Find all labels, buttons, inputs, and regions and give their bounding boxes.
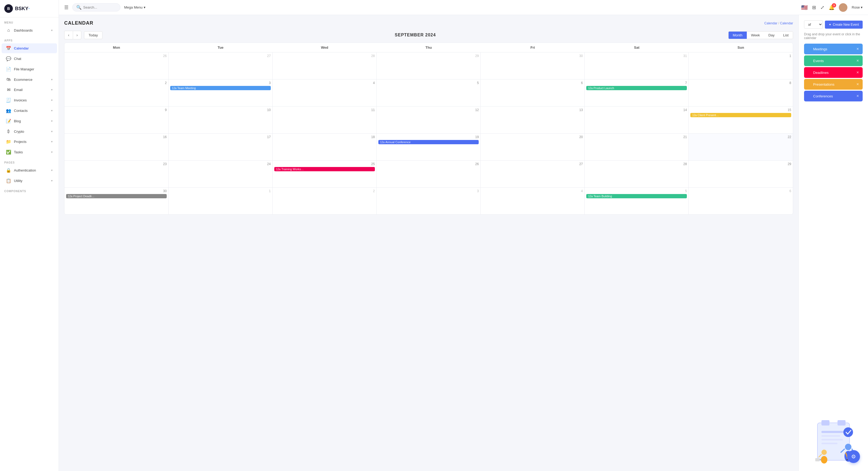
calendar-day[interactable]: 512aTeam Building <box>585 188 689 214</box>
sidebar-item-contacts[interactable]: 👥 Contacts ▾ <box>2 106 57 116</box>
calendar-day[interactable]: 22 <box>689 133 793 160</box>
calendar-day[interactable]: 31 <box>585 53 689 79</box>
tab-list[interactable]: List <box>779 32 793 39</box>
hamburger-icon[interactable]: ☰ <box>64 5 68 10</box>
mega-menu-button[interactable]: Mega Menu ▾ <box>124 5 146 9</box>
calendar-day[interactable]: 4 <box>480 188 585 214</box>
close-icon[interactable]: × <box>857 46 859 52</box>
calendar-day[interactable]: 6 <box>480 80 585 106</box>
ecommerce-icon: 🛍 <box>6 77 11 82</box>
user-name[interactable]: Rose ▾ <box>852 5 863 9</box>
sidebar-item-crypto[interactable]: ₿ Crypto ▾ <box>2 127 57 136</box>
locale-select[interactable]: af en fr <box>804 20 823 29</box>
search-input[interactable] <box>83 5 115 9</box>
calendar-event[interactable]: 12aProject Deadli… <box>66 194 167 198</box>
fab-button[interactable]: ⚙ <box>847 450 860 463</box>
event-type-presentations[interactable]: Presentations × <box>804 79 863 90</box>
calendar-day[interactable]: 1 <box>689 53 793 79</box>
calendar-day[interactable]: 24 <box>168 161 273 187</box>
calendar-day[interactable]: 21 <box>585 133 689 160</box>
blog-icon: 📝 <box>6 119 11 124</box>
calendar-day[interactable]: 29 <box>689 161 793 187</box>
sidebar-item-chat[interactable]: 💬 Chat <box>2 54 57 64</box>
event-type-events[interactable]: Events × <box>804 55 863 66</box>
sidebar-item-invoices[interactable]: 🧾 Invoices ▾ <box>2 95 57 105</box>
calendar-event[interactable]: 12aTeam Meeting <box>170 86 271 90</box>
chevron-down-icon: ▾ <box>51 78 53 81</box>
tab-day[interactable]: Day <box>764 32 779 39</box>
sidebar-item-calendar[interactable]: 📅 Calendar <box>2 43 57 53</box>
calendar-day[interactable]: 16 <box>64 133 168 160</box>
calendar-day[interactable]: 20 <box>480 133 585 160</box>
calendar-day[interactable]: 8 <box>689 80 793 106</box>
calendar-day[interactable]: 5 <box>377 80 481 106</box>
calendar-day[interactable]: 2 <box>64 80 168 106</box>
calendar-event[interactable]: 12aTraining Works… <box>274 167 375 171</box>
tab-month[interactable]: Month <box>728 32 747 39</box>
calendar-event[interactable]: 12aClient Present… <box>690 113 791 117</box>
expand-icon[interactable]: ⤢ <box>820 5 825 10</box>
calendar-day[interactable]: 712aProduct Launch <box>585 80 689 106</box>
calendar-day[interactable]: 9 <box>64 106 168 133</box>
prev-button[interactable]: ‹ <box>64 31 73 39</box>
calendar-day[interactable]: 12 <box>377 106 481 133</box>
calendar-day[interactable]: 3012aProject Deadli… <box>64 188 168 214</box>
event-type-meetings[interactable]: Meetings × <box>804 43 863 54</box>
calendar-day[interactable]: 28 <box>273 53 377 79</box>
close-icon[interactable]: × <box>857 58 859 63</box>
event-type-deadlines[interactable]: Deadlines × <box>804 67 863 78</box>
create-event-button[interactable]: ✦ Create New Event <box>825 21 863 29</box>
calendar-day[interactable]: 30 <box>480 53 585 79</box>
calendar-day[interactable]: 18 <box>273 133 377 160</box>
calendar-day[interactable]: 312aTeam Meeting <box>168 80 273 106</box>
calendar-day[interactable]: 27 <box>168 53 273 79</box>
calendar-day[interactable]: 26 <box>377 161 481 187</box>
svg-rect-7 <box>822 439 843 440</box>
calendar-day[interactable]: 6 <box>689 188 793 214</box>
calendar-day[interactable]: 17 <box>168 133 273 160</box>
calendar-day[interactable]: 23 <box>64 161 168 187</box>
calendar-day[interactable]: 29 <box>377 53 481 79</box>
close-icon[interactable]: × <box>857 94 859 98</box>
close-icon[interactable]: × <box>857 70 859 75</box>
calendar-day[interactable]: 13 <box>480 106 585 133</box>
calendar-day[interactable]: 1512aClient Present… <box>689 106 793 133</box>
flag-icon[interactable]: 🇺🇸 <box>801 4 808 11</box>
calendar-event[interactable]: 12aProduct Launch <box>586 86 687 90</box>
sidebar-item-email[interactable]: ✉ Email ▾ <box>2 85 57 95</box>
calendar-day[interactable]: 4 <box>273 80 377 106</box>
calendar-day[interactable]: 26 <box>64 53 168 79</box>
calendar-day[interactable]: 2512aTraining Works… <box>273 161 377 187</box>
calendar-day[interactable]: 27 <box>480 161 585 187</box>
sidebar-item-dashboards[interactable]: ⌂ Dashboards ▾ <box>2 25 57 35</box>
calendar-day[interactable]: 1 <box>168 188 273 214</box>
calendar-event[interactable]: 12aAnnual Conference <box>378 140 479 144</box>
grid-icon[interactable]: ⊞ <box>812 5 816 10</box>
calendar-day[interactable]: 14 <box>585 106 689 133</box>
search-box[interactable]: 🔍 <box>72 3 120 11</box>
sidebar-item-utility[interactable]: 📋 Utility ▾ <box>2 176 57 186</box>
calendar-day[interactable]: 3 <box>377 188 481 214</box>
sidebar-item-label: Crypto <box>14 129 24 133</box>
sidebar-item-blog[interactable]: 📝 Blog ▾ <box>2 116 57 126</box>
calendar-day[interactable]: 11 <box>273 106 377 133</box>
calendar-day[interactable]: 2 <box>273 188 377 214</box>
calendar-event[interactable]: 12aTeam Building <box>586 194 687 198</box>
day-number: 3 <box>378 189 479 193</box>
avatar[interactable] <box>839 3 847 12</box>
sidebar-item-tasks[interactable]: ✅ Tasks ▾ <box>2 147 57 157</box>
notifications-button[interactable]: 🔔 3 <box>829 5 835 10</box>
tab-week[interactable]: Week <box>747 32 764 39</box>
sidebar-item-ecommerce[interactable]: 🛍 Ecommerce ▾ <box>2 75 57 84</box>
next-button[interactable]: › <box>73 31 81 39</box>
close-icon[interactable]: × <box>857 82 859 87</box>
calendar-day[interactable]: 1912aAnnual Conference <box>377 133 481 160</box>
day-number: 19 <box>378 135 479 139</box>
sidebar-item-authentication[interactable]: 🔒 Authentication ▾ <box>2 165 57 175</box>
event-type-conferences[interactable]: Conferences × <box>804 91 863 101</box>
sidebar-item-projects[interactable]: 📁 Projects ▾ <box>2 137 57 147</box>
calendar-day[interactable]: 10 <box>168 106 273 133</box>
calendar-day[interactable]: 28 <box>585 161 689 187</box>
today-button[interactable]: Today <box>84 31 102 39</box>
sidebar-item-file-manager[interactable]: 📄 File Manager <box>2 64 57 74</box>
